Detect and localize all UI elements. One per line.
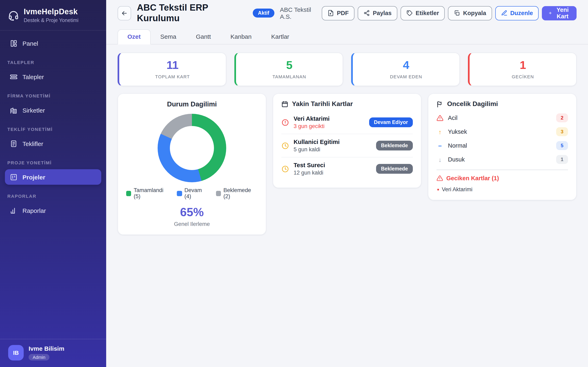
document-icon [10, 140, 17, 147]
button-label: PDF [337, 10, 349, 16]
priority-row: − Normal 5 [437, 141, 568, 150]
dashboard-cards: Durum Dagilimi Tamamlandi (5) Devam (4) … [118, 93, 577, 235]
calendar-icon [281, 100, 288, 108]
page-title: ABC Tekstil ERP Kurulumu [137, 2, 247, 24]
priority-distribution-card: Oncelik Dagilimi Acil 2 ↑ Yu [428, 93, 577, 200]
sidebar-item-panel[interactable]: Panel [5, 35, 101, 51]
divider [437, 170, 568, 170]
app-root: IvmeHelpDesk Destek & Proje Yonetimi Pan… [0, 0, 588, 367]
arrow-down-icon: ↓ [437, 156, 443, 163]
stat-label: TOPLAM KART [155, 74, 190, 79]
card-title: Oncelik Dagilimi [447, 100, 498, 108]
user-profile[interactable]: IB Ivme Bilisim Admin [0, 339, 106, 367]
sidebar-item-label: Talepler [22, 73, 44, 80]
kanban-icon [10, 173, 17, 181]
stat-value: 5 [286, 59, 292, 71]
overdue-header: Geciken Kartlar (1) [437, 175, 568, 182]
stat-value: 1 [520, 59, 526, 71]
page-header: ABC Tekstil ERP Kurulumu Aktif ABC Tekst… [118, 6, 577, 20]
stat-card-total: 11 TOPLAM KART [118, 53, 226, 86]
legend-item: Devam (4) [177, 187, 209, 200]
building-icon [10, 106, 17, 114]
company-name: ABC Tekstil A.S. [280, 6, 322, 20]
stat-card-inprogress: 4 DEVAM EDEN [351, 53, 460, 86]
count-badge: 2 [556, 113, 568, 122]
sidebar-item-projeler[interactable]: Projeler [5, 169, 101, 185]
new-card-button[interactable]: Yeni Kart [542, 6, 577, 20]
count-badge: 5 [556, 141, 568, 150]
card-title: Yakin Tarihli Kartlar [292, 100, 353, 108]
sidebar-section-proje: PROJE YONETİMİ [7, 160, 100, 165]
user-role-badge: Admin [29, 354, 49, 360]
priority-row: ↑ Yuksek 3 [437, 127, 568, 136]
copy-button[interactable]: Kopyala [448, 6, 492, 20]
stat-label: TAMAMLANAN [272, 74, 306, 79]
legend-swatch [216, 191, 221, 196]
chart-legend: Tamamlandi (5) Devam (4) Beklemede (2) [126, 187, 258, 200]
status-badge: Beklemede [376, 164, 413, 174]
button-label: Yeni Kart [555, 7, 570, 20]
sidebar: IvmeHelpDesk Destek & Proje Yonetimi Pan… [0, 0, 106, 367]
overall-progress-value: 65% [126, 206, 258, 219]
sidebar-item-teklifler[interactable]: Teklifler [5, 136, 101, 151]
app-subtitle: Destek & Proje Yonetimi [24, 17, 78, 23]
count-badge: 3 [556, 127, 568, 136]
upcoming-cards-card: Yakin Tarihli Kartlar Veri Aktarimi 3 gu… [273, 93, 421, 188]
legend-item: Tamamlandi (5) [126, 187, 170, 200]
avatar: IB [8, 345, 24, 360]
sidebar-item-raporlar[interactable]: Raporlar [5, 203, 101, 218]
status-badge: Devam Ediyor [369, 117, 413, 127]
card-item-title: Test Sureci [294, 162, 372, 168]
sidebar-item-label: Raporlar [22, 207, 46, 214]
stat-card-completed: 5 TAMAMLANAN [234, 53, 343, 86]
flag-icon [437, 100, 443, 108]
clock-icon [281, 142, 289, 150]
headset-icon [8, 10, 19, 21]
count-badge: 1 [556, 155, 568, 164]
legend-swatch [126, 191, 131, 196]
priority-label: Normal [448, 142, 552, 149]
legend-label: Beklemede (2) [223, 187, 258, 200]
sidebar-item-label: Projeler [22, 174, 45, 180]
dashboard-icon [10, 39, 17, 47]
stat-label: GECİKEN [512, 74, 534, 79]
tags-button[interactable]: Etiketler [401, 6, 445, 20]
share-icon [363, 10, 370, 16]
warning-icon [437, 175, 443, 182]
due-text: 5 gun kaldi [294, 146, 372, 152]
upcoming-row[interactable]: Test Sureci 12 gun kaldi Beklemede [281, 157, 413, 180]
button-label: Kopyala [463, 10, 486, 16]
app-title: IvmeHelpDesk [24, 7, 78, 16]
priority-row: Acil 2 [437, 113, 568, 122]
tab-kartlar[interactable]: Kartlar [261, 29, 299, 44]
back-button[interactable] [118, 6, 131, 20]
status-badge: Aktif [252, 8, 275, 17]
arrow-up-icon: ↑ [437, 128, 443, 135]
pdf-button[interactable]: PDF [322, 6, 355, 20]
share-button[interactable]: Paylas [358, 6, 397, 20]
edit-button[interactable]: Duzenle [495, 6, 539, 20]
sidebar-item-sirketler[interactable]: Sirketler [5, 102, 101, 118]
status-badge: Beklemede [376, 141, 413, 150]
legend-swatch [177, 191, 182, 196]
stat-value: 11 [166, 59, 178, 71]
stat-value: 4 [403, 59, 409, 71]
donut-chart [158, 114, 226, 182]
sidebar-item-talepler[interactable]: Talepler [5, 69, 101, 84]
tab-bar: Ozet Sema Gantt Kanban Kartlar [106, 29, 588, 44]
plus-icon [548, 10, 552, 16]
tab-kanban[interactable]: Kanban [221, 29, 261, 44]
stat-cards: 11 TOPLAM KART 5 TAMAMLANAN 4 DEVAM EDEN… [118, 53, 577, 86]
sidebar-section-raporlar: RAPORLAR [7, 194, 100, 199]
copy-icon [454, 10, 460, 16]
sidebar-section-teklif: TEKLİF YONETİMİ [7, 127, 100, 132]
button-label: Etiketler [416, 10, 439, 16]
upcoming-row[interactable]: Kullanici Egitimi 5 gun kaldi Beklemede [281, 134, 413, 157]
priority-label: Yuksek [448, 128, 552, 135]
tab-sema[interactable]: Sema [150, 29, 186, 44]
button-label: Paylas [373, 10, 392, 16]
tab-ozet[interactable]: Ozet [118, 29, 150, 44]
tab-gantt[interactable]: Gantt [186, 29, 221, 44]
upcoming-row[interactable]: Veri Aktarimi 3 gun gecikti Devam Ediyor [281, 111, 413, 134]
overdue-item: Veri Aktarimi [437, 186, 568, 192]
